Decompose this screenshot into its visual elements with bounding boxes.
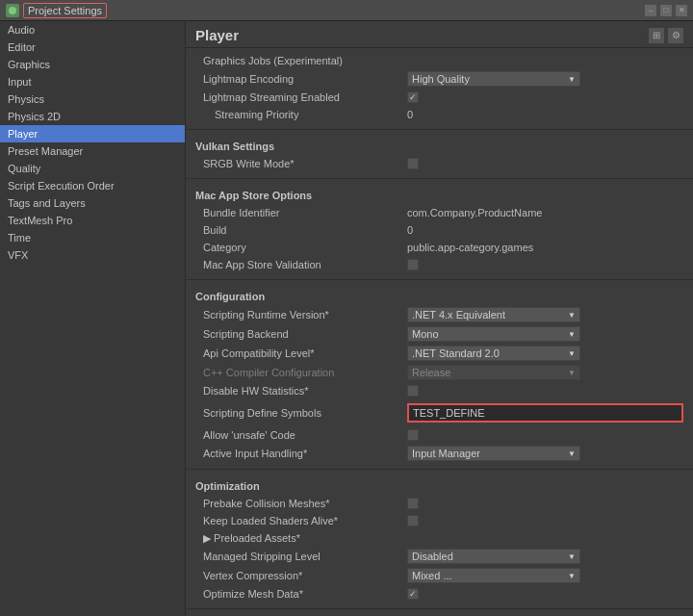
- scripting-define-box: [407, 403, 683, 423]
- sidebar-item-quality[interactable]: Quality: [0, 160, 185, 177]
- label-build: Build: [195, 224, 407, 236]
- scripting-runtime-dropdown[interactable]: .NET 4.x Equivalent ▼: [407, 307, 580, 322]
- main-layout: Audio Editor Graphics Input Physics Phys…: [0, 21, 693, 616]
- sidebar-item-tags-and-layers[interactable]: Tags and Layers: [0, 194, 185, 212]
- divider-2: [186, 178, 693, 179]
- scripting-backend-dropdown[interactable]: Mono ▼: [407, 326, 580, 342]
- vertex-compression-dropdown[interactable]: Mixed ... ▼: [407, 568, 580, 583]
- disable-hw-stats-checkbox[interactable]: [407, 385, 419, 397]
- scripting-runtime-value: .NET 4.x Equivalent: [412, 309, 505, 321]
- value-srgb-write-mode: [407, 158, 683, 169]
- configuration-section: Configuration Scripting Runtime Version*…: [186, 282, 693, 467]
- chevron-down-icon: ▼: [568, 552, 576, 561]
- row-category: Category public.app-category.games: [195, 239, 683, 256]
- value-lightmap-encoding: High Quality ▼: [407, 71, 683, 87]
- sidebar-item-player[interactable]: Player: [0, 125, 185, 142]
- title-bar-controls: – □ ✕: [645, 5, 687, 16]
- value-active-input-handling: Input Manager ▼: [407, 446, 683, 461]
- label-allow-unsafe-code: Allow 'unsafe' Code: [195, 429, 407, 441]
- mac-app-store-section: Mac App Store Options Bundle Identifier …: [186, 181, 693, 277]
- value-optimize-mesh-data: [407, 588, 683, 600]
- minimize-button[interactable]: –: [645, 5, 656, 16]
- divider-5: [186, 608, 693, 609]
- row-streaming-priority: Streaming Priority 0: [195, 106, 683, 123]
- active-input-handling-dropdown[interactable]: Input Manager ▼: [407, 446, 580, 461]
- value-streaming-priority: 0: [407, 109, 683, 120]
- sidebar-item-audio[interactable]: Audio: [0, 21, 185, 38]
- sidebar-item-physics2d[interactable]: Physics 2D: [0, 108, 185, 125]
- vertex-compression-value: Mixed ...: [412, 570, 452, 581]
- label-graphics-jobs: Graphics Jobs (Experimental): [195, 55, 407, 66]
- label-managed-stripping: Managed Stripping Level: [195, 551, 407, 562]
- managed-stripping-dropdown[interactable]: Disabled ▼: [407, 549, 580, 564]
- label-scripting-runtime: Scripting Runtime Version*: [195, 309, 407, 321]
- sidebar-item-physics[interactable]: Physics: [0, 90, 185, 108]
- label-scripting-backend: Scripting Backend: [195, 328, 407, 340]
- sidebar-item-time[interactable]: Time: [0, 229, 185, 246]
- row-managed-stripping: Managed Stripping Level Disabled ▼: [195, 547, 683, 566]
- label-api-compatibility: Api Compatibility Level*: [195, 347, 407, 359]
- lightmap-encoding-value: High Quality: [412, 73, 470, 85]
- content-area: Player ⊞ ⚙ Graphics Jobs (Experimental) …: [186, 21, 693, 616]
- row-allow-unsafe-code: Allow 'unsafe' Code: [195, 426, 683, 444]
- close-button[interactable]: ✕: [676, 5, 687, 16]
- sidebar-item-preset-manager[interactable]: Preset Manager: [0, 142, 185, 160]
- graphics-jobs-section: Graphics Jobs (Experimental) Lightmap En…: [186, 48, 693, 127]
- row-preloaded-assets: ▶ Preloaded Assets*: [195, 529, 683, 547]
- cpp-compiler-value: Release: [412, 367, 450, 378]
- row-bundle-identifier: Bundle Identifier com.Company.ProductNam…: [195, 204, 683, 221]
- chevron-down-icon: ▼: [568, 311, 576, 320]
- row-scripting-runtime: Scripting Runtime Version* .NET 4.x Equi…: [195, 305, 683, 324]
- window-title: Project Settings: [23, 3, 107, 18]
- row-lightmap-encoding: Lightmap Encoding High Quality ▼: [195, 69, 683, 89]
- sidebar-item-input[interactable]: Input: [0, 73, 185, 90]
- value-prebake-collision: [407, 498, 683, 509]
- label-category: Category: [195, 242, 407, 253]
- optimize-mesh-data-checkbox[interactable]: [407, 588, 419, 600]
- label-scripting-define-symbols: Scripting Define Symbols: [195, 407, 407, 419]
- divider-1: [186, 129, 693, 130]
- row-scripting-backend: Scripting Backend Mono ▼: [195, 324, 683, 344]
- value-mac-validation: [407, 259, 683, 270]
- value-build: 0: [407, 224, 683, 236]
- value-allow-unsafe-code: [407, 429, 683, 441]
- sidebar-item-graphics[interactable]: Graphics: [0, 56, 185, 73]
- settings-icon-button[interactable]: ⚙: [668, 28, 683, 43]
- row-graphics-jobs: Graphics Jobs (Experimental): [195, 52, 683, 69]
- sidebar-item-vfx[interactable]: VFX: [0, 246, 185, 264]
- prebake-collision-checkbox[interactable]: [407, 498, 419, 509]
- maximize-button[interactable]: □: [660, 5, 672, 16]
- chevron-down-icon: ▼: [568, 75, 576, 84]
- scripting-backend-value: Mono: [412, 328, 439, 340]
- label-streaming-priority: Streaming Priority: [195, 109, 407, 120]
- sidebar-item-textmesh-pro[interactable]: TextMesh Pro: [0, 212, 185, 229]
- cpp-compiler-dropdown: Release ▼: [407, 365, 580, 380]
- sidebar-item-script-execution-order[interactable]: Script Execution Order: [0, 177, 185, 194]
- label-disable-hw-stats: Disable HW Statistics*: [195, 385, 407, 397]
- row-keep-loaded-shaders: Keep Loaded Shaders Alive*: [195, 512, 683, 529]
- label-keep-loaded-shaders: Keep Loaded Shaders Alive*: [195, 515, 407, 526]
- srgb-write-mode-checkbox[interactable]: [407, 158, 419, 169]
- divider-4: [186, 469, 693, 470]
- api-compatibility-value: .NET Standard 2.0: [412, 347, 500, 359]
- row-prebake-collision: Prebake Collision Meshes*: [195, 495, 683, 512]
- mac-validation-checkbox[interactable]: [407, 259, 419, 270]
- value-vertex-compression: Mixed ... ▼: [407, 568, 683, 583]
- keep-loaded-shaders-checkbox[interactable]: [407, 515, 419, 526]
- lightmap-streaming-checkbox[interactable]: [407, 91, 419, 103]
- row-vertex-compression: Vertex Compression* Mixed ... ▼: [195, 566, 683, 585]
- sidebar: Audio Editor Graphics Input Physics Phys…: [0, 21, 186, 616]
- layout-icon-button[interactable]: ⊞: [649, 28, 664, 43]
- row-cpp-compiler: C++ Compiler Configuration Release ▼: [195, 363, 683, 382]
- scripting-define-input[interactable]: [409, 405, 681, 421]
- chevron-down-icon: ▼: [568, 449, 576, 458]
- label-active-input-handling: Active Input Handling*: [195, 448, 407, 459]
- allow-unsafe-code-checkbox[interactable]: [407, 429, 419, 441]
- managed-stripping-value: Disabled: [412, 551, 453, 562]
- chevron-down-icon: ▼: [568, 349, 576, 358]
- label-lightmap-encoding: Lightmap Encoding: [195, 73, 407, 85]
- sidebar-item-editor[interactable]: Editor: [0, 38, 185, 56]
- lightmap-encoding-dropdown[interactable]: High Quality ▼: [407, 71, 580, 87]
- api-compatibility-dropdown[interactable]: .NET Standard 2.0 ▼: [407, 346, 580, 361]
- value-scripting-backend: Mono ▼: [407, 326, 683, 342]
